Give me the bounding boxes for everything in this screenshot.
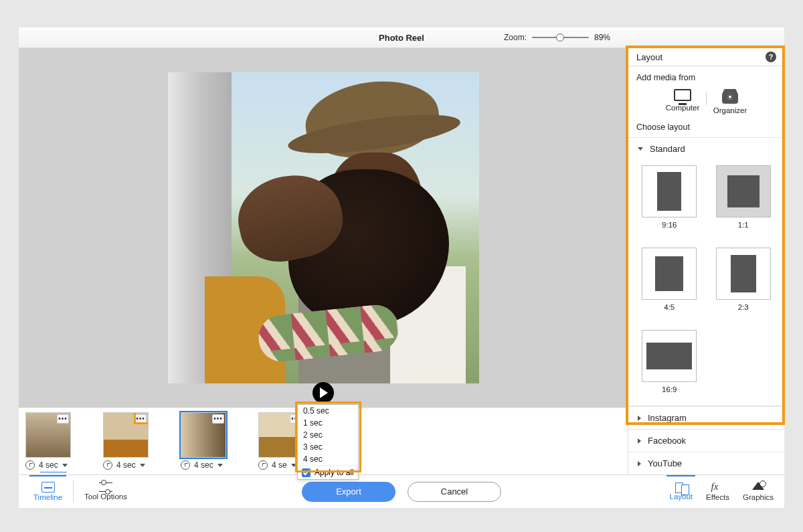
accordion-youtube: YouTube: [628, 452, 784, 474]
clip-duration-picker[interactable]: 4 sec: [103, 460, 145, 470]
canvas-area: [19, 48, 628, 408]
chevron-down-icon: [217, 464, 223, 467]
zoom-label: Zoom:: [504, 33, 527, 42]
clock-icon: [258, 460, 268, 470]
accordion-header-standard[interactable]: Standard: [628, 138, 784, 160]
layout-label: 1:1: [738, 221, 749, 229]
timeline-clip[interactable]: ••• 4 sec: [103, 412, 149, 470]
more-icon[interactable]: •••: [212, 414, 224, 424]
bottom-left-tabs: Timeline Tool Options: [25, 475, 135, 508]
tab-graphics[interactable]: Graphics: [736, 475, 780, 508]
apply-to-all-checkbox[interactable]: [302, 468, 310, 477]
clip-duration-picker[interactable]: 4 se: [258, 460, 296, 470]
preview-image[interactable]: [168, 72, 479, 383]
chevron-down-icon: [638, 147, 643, 151]
apply-to-all-row[interactable]: Apply to all: [298, 465, 358, 479]
layout-label: 16:9: [662, 385, 677, 393]
page-title: Photo Reel: [379, 33, 424, 43]
main-content: ••• 4 sec ••• 4: [19, 48, 784, 474]
more-icon[interactable]: •••: [57, 414, 69, 424]
timeline-clip[interactable]: ••• 4 sec: [181, 412, 226, 470]
accordion-header-facebook[interactable]: Facebook: [628, 430, 784, 452]
duration-option[interactable]: 3 sec: [298, 441, 358, 453]
right-panel-header: Layout ?: [628, 48, 784, 66]
zoom-control: Zoom: 89%: [504, 33, 610, 42]
clip-duration: 4 sec: [39, 460, 58, 470]
clip-duration: 4 se: [272, 460, 287, 470]
duration-option[interactable]: 2 sec: [298, 429, 358, 441]
add-media-label: Add media from: [628, 66, 784, 88]
layout-grid: 9:16 1:1 4:5 2:3: [628, 160, 784, 406]
app-window: Photo Reel Zoom: 89%: [19, 27, 784, 508]
chevron-down-icon: [140, 464, 145, 467]
effects-icon: fx: [711, 482, 724, 493]
accordion-title: Standard: [650, 144, 685, 154]
bottom-center-buttons: Export Cancel: [302, 482, 501, 502]
accordion-standard: Standard 9:16 1:1 4:5: [628, 137, 784, 406]
button-label: Export: [336, 486, 361, 497]
tool-options-icon: [99, 482, 112, 492]
media-source-organizer[interactable]: Organizer: [708, 89, 752, 114]
clip-thumbnail[interactable]: •••: [181, 412, 226, 458]
layout-option-45[interactable]: 4:5: [640, 248, 699, 311]
tab-tool-options[interactable]: Tool Options: [76, 475, 135, 508]
layout-option-23[interactable]: 2:3: [715, 248, 773, 311]
apply-to-all-label: Apply to all: [315, 468, 354, 477]
tab-layout[interactable]: Layout: [662, 475, 699, 508]
layout-option-11[interactable]: 1:1: [715, 165, 773, 229]
media-source-row: Computer Organizer: [628, 88, 784, 120]
duration-option[interactable]: 1 sec: [298, 417, 358, 429]
accordion-header-youtube[interactable]: YouTube: [628, 452, 784, 474]
duration-option[interactable]: 4 sec: [298, 453, 358, 465]
duration-menu[interactable]: 0.5 sec 1 sec 2 sec 3 sec 4 sec Apply to…: [297, 404, 359, 480]
timeline-strip: ••• 4 sec ••• 4: [19, 408, 628, 474]
layout-label: 2:3: [738, 303, 749, 311]
timeline-clip[interactable]: ••• 4 sec: [25, 412, 71, 472]
more-icon[interactable]: •••: [135, 414, 147, 424]
accordion-title: YouTube: [648, 458, 682, 468]
bottom-right-tabs: Layout fx Effects Graphics: [662, 475, 780, 508]
help-icon[interactable]: ?: [766, 52, 776, 62]
chevron-right-icon: [638, 416, 641, 421]
timeline-icon: [41, 482, 55, 493]
media-source-label: Organizer: [713, 106, 747, 114]
export-button[interactable]: Export: [302, 482, 395, 502]
duration-option[interactable]: 0.5 sec: [298, 405, 358, 417]
layout-option-169[interactable]: 16:9: [640, 330, 699, 393]
clip-thumbnail[interactable]: •••: [25, 412, 71, 458]
right-panel-title: Layout: [636, 52, 662, 62]
clock-icon: [25, 460, 35, 470]
organizer-icon: [722, 89, 738, 104]
button-label: Cancel: [441, 486, 468, 497]
divider: [73, 480, 74, 503]
accordion-instagram: Instagram: [628, 406, 784, 429]
right-panel: Layout ? Add media from Computer Organiz…: [628, 48, 784, 474]
layout-label: 4:5: [664, 303, 675, 311]
clock-icon: [103, 460, 112, 470]
chevron-down-icon: [62, 464, 68, 467]
chevron-right-icon: [638, 438, 641, 444]
chevron-right-icon: [638, 461, 641, 466]
layout-option-916[interactable]: 9:16: [640, 165, 699, 229]
choose-layout-label: Choose layout: [628, 120, 784, 137]
tab-effects[interactable]: fx Effects: [699, 475, 736, 508]
header-bar: Photo Reel Zoom: 89%: [19, 27, 784, 48]
accordion-facebook: Facebook: [628, 429, 784, 452]
clip-thumbnail[interactable]: •••: [103, 412, 149, 458]
accordion-title: Facebook: [648, 436, 686, 446]
bottom-toolbar: Timeline Tool Options Export Cancel Layo…: [19, 474, 784, 508]
clip-duration: 4 sec: [116, 460, 136, 470]
cancel-button[interactable]: Cancel: [408, 482, 501, 502]
zoom-slider[interactable]: [532, 37, 589, 38]
play-button[interactable]: [313, 382, 334, 404]
chevron-down-icon: [291, 464, 296, 467]
tab-label: Timeline: [33, 493, 62, 501]
zoom-slider-thumb[interactable]: [556, 33, 564, 41]
clip-duration-picker[interactable]: 4 sec: [25, 460, 68, 470]
canvas-preview: [19, 48, 628, 408]
accordion-header-instagram[interactable]: Instagram: [628, 407, 784, 429]
graphics-icon: [751, 482, 765, 493]
clip-duration-picker[interactable]: 4 sec: [181, 460, 223, 470]
media-source-computer[interactable]: Computer: [660, 89, 705, 114]
tab-timeline[interactable]: Timeline: [25, 475, 70, 508]
